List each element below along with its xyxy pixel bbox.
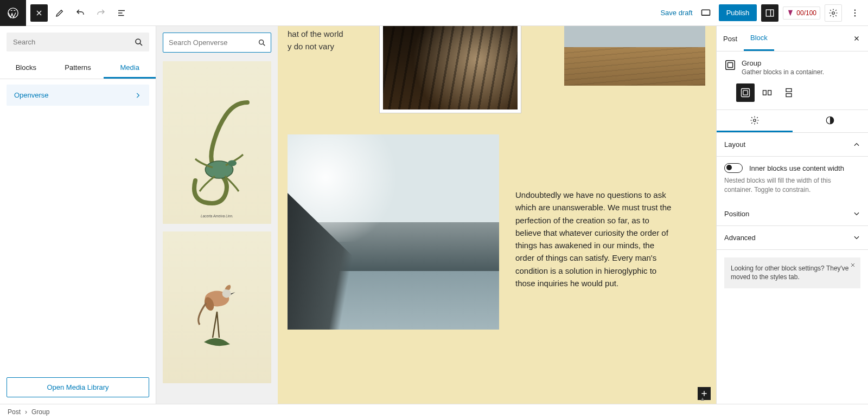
svg-text:Lacerta Ameiva Linn.: Lacerta Ameiva Linn. [201,214,233,218]
svg-point-23 [754,119,756,122]
inserter-search-input[interactable] [7,33,149,51]
preview-button[interactable] [697,4,714,22]
openverse-search-input[interactable] [163,33,271,52]
settings-sidebar: Post Block Group Gather blocks in a cont… [716,26,868,404]
svg-rect-17 [742,89,750,97]
media-category-openverse[interactable]: Openverse [7,85,149,106]
tab-patterns[interactable]: Patterns [52,58,104,79]
chevron-down-icon [853,234,860,241]
chevron-up-icon [853,141,860,149]
editor-canvas-wrapper: hat of the world y do not vary Undoubted… [278,26,716,404]
tab-media[interactable]: Media [104,58,156,79]
yoast-seo-badge[interactable]: 00/100 [783,7,820,20]
group-variations [717,79,868,109]
svg-point-4 [854,9,856,10]
editor-canvas[interactable]: hat of the world y do not vary Undoubted… [278,26,716,404]
chevron-right-icon: › [25,408,27,416]
scroll-up-indicator: ▲ [700,396,705,402]
media-category-label: Openverse [14,91,49,99]
svg-point-14 [222,289,231,298]
svg-point-5 [854,12,856,13]
tab-blocks[interactable]: Blocks [0,58,52,79]
close-inserter-button[interactable] [30,4,48,22]
edit-icon[interactable] [51,4,68,22]
open-media-library-button[interactable]: Open Media Library [7,377,149,397]
openverse-result-bird[interactable] [163,231,271,383]
top-toolbar: Save draft Publish 00/100 [0,0,868,26]
tab-post[interactable]: Post [717,27,744,50]
yoast-score-text: 00/100 [796,9,816,17]
redo-button[interactable] [92,4,110,22]
group-block-icon [724,59,736,76]
variation-stack[interactable] [780,83,798,102]
panel-advanced[interactable]: Advanced [717,226,868,250]
close-notice-button[interactable] [850,262,856,268]
wordpress-logo[interactable] [0,0,26,26]
block-title: Group [742,59,824,67]
publish-button[interactable]: Publish [719,4,757,21]
tab-block[interactable]: Block [744,26,774,51]
svg-rect-18 [743,91,748,95]
openverse-search[interactable] [163,33,271,53]
svg-point-7 [136,39,141,44]
yoast-settings-icon[interactable] [825,4,842,22]
image-coastline[interactable] [288,134,499,330]
svg-rect-22 [786,94,792,97]
breadcrumb-post[interactable]: Post [8,408,21,416]
paragraph-fragment[interactable]: hat of the world y do not vary [288,26,363,58]
image-forest[interactable] [380,26,521,113]
svg-point-10 [228,160,237,166]
inserter-tabs: Blocks Patterns Media [0,58,156,79]
svg-rect-19 [763,91,767,95]
inserter-search[interactable] [7,33,149,51]
openverse-results-panel: Lacerta Ameiva Linn. [156,26,278,404]
block-description: Gather blocks in a container. [742,68,824,76]
svg-rect-2 [767,10,774,16]
search-icon [134,37,144,47]
variation-group[interactable] [736,83,755,102]
svg-point-3 [832,11,835,14]
save-draft-link[interactable]: Save draft [660,9,692,17]
panel-position[interactable]: Position [717,202,868,226]
close-sidebar-button[interactable] [845,30,868,47]
styles-tab-notice: Looking for other block settings? They'v… [724,257,860,289]
svg-rect-21 [786,89,792,92]
image-wheat-field[interactable] [564,26,705,86]
inner-blocks-width-toggle[interactable] [724,163,743,173]
svg-rect-16 [727,62,732,67]
chevron-down-icon [853,210,860,217]
svg-point-8 [259,40,264,44]
panel-layout[interactable]: Layout [717,133,868,157]
svg-point-6 [854,15,856,16]
options-menu-button[interactable] [846,4,864,22]
svg-rect-15 [726,61,735,70]
openverse-result-lizard[interactable]: Lacerta Ameiva Linn. [163,61,271,224]
breadcrumb-group[interactable]: Group [31,408,49,416]
subtab-styles[interactable] [793,110,869,132]
settings-sidebar-toggle[interactable] [761,4,778,22]
block-breadcrumb: Post › Group [0,404,868,419]
svg-rect-1 [701,10,710,15]
search-icon [258,38,266,47]
block-inserter-panel: Blocks Patterns Media Openverse Open Med… [0,26,156,404]
variation-row[interactable] [758,83,776,102]
chevron-right-icon [134,92,142,99]
undo-button[interactable] [72,4,89,22]
toggle-hint: Nested blocks will fill the width of thi… [717,176,868,202]
document-overview-button[interactable] [113,4,130,22]
toggle-label: Inner blocks use content width [749,164,844,172]
paragraph-block[interactable]: Undoubtedly we have no questions to ask … [515,134,673,330]
svg-rect-20 [768,91,771,95]
subtab-settings[interactable] [717,110,793,132]
